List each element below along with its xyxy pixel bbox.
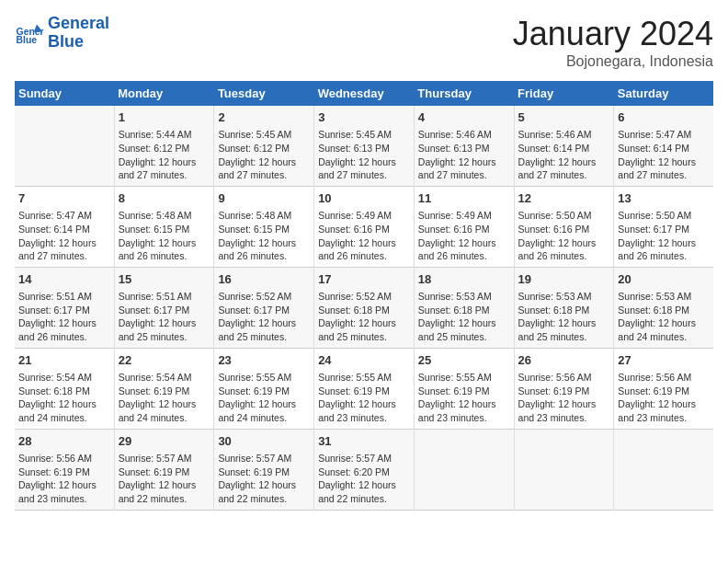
page-header: General Blue General Blue January 2024 B… — [15, 15, 713, 70]
header-row: SundayMondayTuesdayWednesdayThursdayFrid… — [15, 81, 713, 106]
calendar-cell: 24Sunrise: 5:55 AM Sunset: 6:19 PM Dayli… — [314, 348, 415, 429]
day-number: 24 — [318, 352, 410, 369]
day-number: 28 — [18, 433, 110, 450]
calendar-cell: 1Sunrise: 5:44 AM Sunset: 6:12 PM Daylig… — [114, 106, 214, 186]
day-number: 5 — [518, 109, 610, 126]
day-number: 10 — [318, 190, 410, 207]
day-number: 7 — [18, 190, 110, 207]
day-info: Sunrise: 5:49 AM Sunset: 6:16 PM Dayligh… — [418, 209, 510, 263]
day-number: 9 — [218, 190, 310, 207]
logo-text: General Blue — [48, 15, 109, 52]
calendar-cell — [614, 429, 713, 510]
day-info: Sunrise: 5:53 AM Sunset: 6:18 PM Dayligh… — [418, 290, 510, 344]
day-number: 16 — [218, 271, 310, 288]
day-info: Sunrise: 5:57 AM Sunset: 6:19 PM Dayligh… — [218, 452, 310, 506]
calendar-cell: 3Sunrise: 5:45 AM Sunset: 6:13 PM Daylig… — [314, 106, 415, 186]
day-info: Sunrise: 5:55 AM Sunset: 6:19 PM Dayligh… — [218, 371, 310, 425]
calendar-cell: 12Sunrise: 5:50 AM Sunset: 6:16 PM Dayli… — [514, 186, 614, 267]
calendar-cell: 31Sunrise: 5:57 AM Sunset: 6:20 PM Dayli… — [314, 429, 415, 510]
day-number: 2 — [218, 109, 310, 126]
calendar-cell: 26Sunrise: 5:56 AM Sunset: 6:19 PM Dayli… — [514, 348, 614, 429]
page-subtitle: Bojonegara, Indonesia — [513, 53, 713, 70]
week-row-4: 21Sunrise: 5:54 AM Sunset: 6:18 PM Dayli… — [15, 348, 713, 429]
day-info: Sunrise: 5:52 AM Sunset: 6:18 PM Dayligh… — [318, 290, 410, 344]
calendar-cell: 15Sunrise: 5:51 AM Sunset: 6:17 PM Dayli… — [114, 267, 214, 348]
day-info: Sunrise: 5:52 AM Sunset: 6:17 PM Dayligh… — [218, 290, 310, 344]
day-info: Sunrise: 5:56 AM Sunset: 6:19 PM Dayligh… — [18, 452, 110, 506]
calendar-cell: 28Sunrise: 5:56 AM Sunset: 6:19 PM Dayli… — [15, 429, 114, 510]
calendar-cell: 11Sunrise: 5:49 AM Sunset: 6:16 PM Dayli… — [414, 186, 514, 267]
calendar-cell: 4Sunrise: 5:46 AM Sunset: 6:13 PM Daylig… — [414, 106, 514, 186]
day-info: Sunrise: 5:46 AM Sunset: 6:14 PM Dayligh… — [518, 128, 610, 182]
day-info: Sunrise: 5:55 AM Sunset: 6:19 PM Dayligh… — [418, 371, 510, 425]
calendar-cell: 17Sunrise: 5:52 AM Sunset: 6:18 PM Dayli… — [314, 267, 415, 348]
svg-text:Blue: Blue — [17, 35, 38, 45]
day-number: 27 — [618, 352, 710, 369]
day-info: Sunrise: 5:44 AM Sunset: 6:12 PM Dayligh… — [119, 128, 210, 182]
day-info: Sunrise: 5:56 AM Sunset: 6:19 PM Dayligh… — [618, 371, 710, 425]
day-info: Sunrise: 5:53 AM Sunset: 6:18 PM Dayligh… — [618, 290, 710, 344]
logo-icon: General Blue — [15, 18, 44, 48]
day-number: 3 — [318, 109, 410, 126]
day-info: Sunrise: 5:47 AM Sunset: 6:14 PM Dayligh… — [18, 209, 110, 263]
day-info: Sunrise: 5:55 AM Sunset: 6:19 PM Dayligh… — [318, 371, 410, 425]
day-number: 15 — [119, 271, 210, 288]
day-info: Sunrise: 5:54 AM Sunset: 6:18 PM Dayligh… — [18, 371, 110, 425]
day-info: Sunrise: 5:51 AM Sunset: 6:17 PM Dayligh… — [18, 290, 110, 344]
calendar-cell: 30Sunrise: 5:57 AM Sunset: 6:19 PM Dayli… — [214, 429, 314, 510]
day-info: Sunrise: 5:48 AM Sunset: 6:15 PM Dayligh… — [218, 209, 310, 263]
calendar-cell: 13Sunrise: 5:50 AM Sunset: 6:17 PM Dayli… — [614, 186, 713, 267]
day-info: Sunrise: 5:49 AM Sunset: 6:16 PM Dayligh… — [318, 209, 410, 263]
week-row-5: 28Sunrise: 5:56 AM Sunset: 6:19 PM Dayli… — [15, 429, 713, 510]
day-number: 25 — [418, 352, 510, 369]
calendar-cell — [514, 429, 614, 510]
day-number: 12 — [518, 190, 610, 207]
calendar-cell: 20Sunrise: 5:53 AM Sunset: 6:18 PM Dayli… — [614, 267, 713, 348]
calendar-cell: 6Sunrise: 5:47 AM Sunset: 6:14 PM Daylig… — [614, 106, 713, 186]
calendar-cell: 27Sunrise: 5:56 AM Sunset: 6:19 PM Dayli… — [614, 348, 713, 429]
calendar-cell: 18Sunrise: 5:53 AM Sunset: 6:18 PM Dayli… — [414, 267, 514, 348]
day-header-saturday: Saturday — [614, 81, 713, 106]
calendar-cell: 9Sunrise: 5:48 AM Sunset: 6:15 PM Daylig… — [214, 186, 314, 267]
day-info: Sunrise: 5:54 AM Sunset: 6:19 PM Dayligh… — [119, 371, 210, 425]
day-info: Sunrise: 5:53 AM Sunset: 6:18 PM Dayligh… — [518, 290, 610, 344]
day-info: Sunrise: 5:51 AM Sunset: 6:17 PM Dayligh… — [119, 290, 210, 344]
day-info: Sunrise: 5:45 AM Sunset: 6:13 PM Dayligh… — [318, 128, 410, 182]
calendar-cell: 2Sunrise: 5:45 AM Sunset: 6:12 PM Daylig… — [214, 106, 314, 186]
day-number: 13 — [618, 190, 710, 207]
day-number: 31 — [318, 433, 410, 450]
calendar-cell: 19Sunrise: 5:53 AM Sunset: 6:18 PM Dayli… — [514, 267, 614, 348]
day-number: 4 — [418, 109, 510, 126]
day-number: 26 — [518, 352, 610, 369]
day-number: 30 — [218, 433, 310, 450]
page-title: January 2024 — [513, 15, 713, 53]
day-number: 14 — [18, 271, 110, 288]
day-number: 22 — [119, 352, 210, 369]
week-row-3: 14Sunrise: 5:51 AM Sunset: 6:17 PM Dayli… — [15, 267, 713, 348]
day-number: 29 — [119, 433, 210, 450]
day-number: 20 — [618, 271, 710, 288]
calendar-cell: 29Sunrise: 5:57 AM Sunset: 6:19 PM Dayli… — [114, 429, 214, 510]
calendar-cell: 8Sunrise: 5:48 AM Sunset: 6:15 PM Daylig… — [114, 186, 214, 267]
logo: General Blue General Blue — [15, 15, 109, 52]
day-number: 8 — [119, 190, 210, 207]
calendar-cell: 14Sunrise: 5:51 AM Sunset: 6:17 PM Dayli… — [15, 267, 114, 348]
day-info: Sunrise: 5:56 AM Sunset: 6:19 PM Dayligh… — [518, 371, 610, 425]
calendar-cell: 21Sunrise: 5:54 AM Sunset: 6:18 PM Dayli… — [15, 348, 114, 429]
day-info: Sunrise: 5:50 AM Sunset: 6:16 PM Dayligh… — [518, 209, 610, 263]
calendar-cell — [15, 106, 114, 186]
day-info: Sunrise: 5:48 AM Sunset: 6:15 PM Dayligh… — [119, 209, 210, 263]
day-header-friday: Friday — [514, 81, 614, 106]
calendar-cell: 22Sunrise: 5:54 AM Sunset: 6:19 PM Dayli… — [114, 348, 214, 429]
calendar-cell: 7Sunrise: 5:47 AM Sunset: 6:14 PM Daylig… — [15, 186, 114, 267]
day-info: Sunrise: 5:45 AM Sunset: 6:12 PM Dayligh… — [218, 128, 310, 182]
day-number: 6 — [618, 109, 710, 126]
day-info: Sunrise: 5:57 AM Sunset: 6:20 PM Dayligh… — [318, 452, 410, 506]
week-row-2: 7Sunrise: 5:47 AM Sunset: 6:14 PM Daylig… — [15, 186, 713, 267]
calendar-cell: 5Sunrise: 5:46 AM Sunset: 6:14 PM Daylig… — [514, 106, 614, 186]
day-header-thursday: Thursday — [414, 81, 514, 106]
day-number: 18 — [418, 271, 510, 288]
day-number: 23 — [218, 352, 310, 369]
calendar-cell: 25Sunrise: 5:55 AM Sunset: 6:19 PM Dayli… — [414, 348, 514, 429]
week-row-1: 1Sunrise: 5:44 AM Sunset: 6:12 PM Daylig… — [15, 106, 713, 186]
